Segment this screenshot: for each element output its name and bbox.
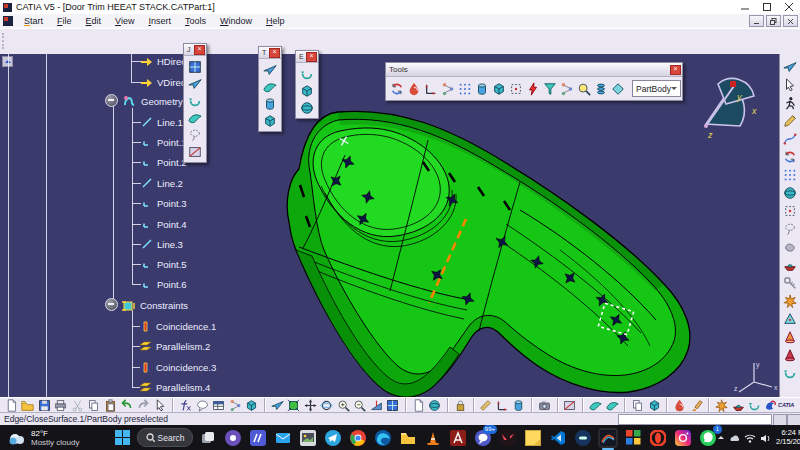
catalog-icon[interactable]: [244, 398, 259, 413]
chrome-app[interactable]: [348, 428, 368, 448]
partbody-combo[interactable]: PartBody: [632, 80, 681, 97]
update-icon[interactable]: [390, 81, 404, 96]
view-mode-icon[interactable]: [428, 398, 443, 413]
open-icon[interactable]: [21, 398, 36, 413]
volume-icon[interactable]: [760, 433, 772, 443]
close-icon[interactable]: [670, 65, 681, 75]
close-button[interactable]: [778, 1, 800, 13]
menu-window[interactable]: Window: [213, 16, 259, 26]
tree-item-parallelism4[interactable]: Parallelism.4: [139, 380, 210, 394]
menu-help[interactable]: Help: [259, 16, 292, 26]
burst-icon[interactable]: [783, 293, 798, 308]
lock-icon[interactable]: [453, 398, 468, 413]
new-document-icon[interactable]: [4, 398, 19, 413]
axis-icon[interactable]: [424, 81, 438, 96]
sketcher-icon[interactable]: [783, 113, 798, 128]
weather-widget[interactable]: 82°F Mostly cloudy: [8, 427, 79, 448]
save-icon[interactable]: [37, 398, 52, 413]
curvature-icon[interactable]: [605, 398, 620, 413]
scaling-icon[interactable]: [263, 96, 278, 111]
snap-icon[interactable]: [407, 81, 421, 96]
inertia-icon[interactable]: [512, 398, 527, 413]
opera-app[interactable]: [648, 428, 668, 448]
chat-app[interactable]: 99+: [473, 428, 493, 448]
minimize-button[interactable]: [734, 1, 756, 13]
sectioning-icon[interactable]: [563, 398, 578, 413]
onedrive-icon[interactable]: [728, 433, 740, 443]
tree-item-line1[interactable]: Line.1: [141, 115, 183, 129]
cone-icon[interactable]: [783, 329, 798, 344]
vscode-app[interactable]: [548, 428, 568, 448]
close-icon[interactable]: [269, 48, 280, 58]
redo-icon[interactable]: [136, 398, 151, 413]
menu-edit[interactable]: Edit: [79, 16, 109, 26]
status-button-2[interactable]: [787, 414, 800, 426]
tree-item-point3[interactable]: Point.3: [141, 196, 187, 210]
menu-tools[interactable]: Tools: [178, 16, 213, 26]
pan-icon[interactable]: [303, 398, 318, 413]
valorant-app[interactable]: [498, 428, 518, 448]
clone-icon[interactable]: [630, 398, 645, 413]
multi-extract-icon[interactable]: [300, 100, 315, 115]
taskbar-app-blue-m[interactable]: [248, 428, 268, 448]
tray-chevron-icon[interactable]: [718, 433, 724, 439]
zoom-out-icon[interactable]: [353, 398, 368, 413]
zoom-in-icon[interactable]: [336, 398, 351, 413]
telegram-app[interactable]: [323, 428, 343, 448]
photos-app[interactable]: [298, 428, 318, 448]
tree-item-constraints[interactable]: Constraints: [121, 298, 188, 312]
tree-item-line2[interactable]: Line.2: [141, 176, 183, 190]
whats-this-icon[interactable]: [153, 398, 168, 413]
comment-icon[interactable]: [195, 398, 210, 413]
vlc-app[interactable]: [423, 428, 443, 448]
analyze-icon[interactable]: [300, 83, 315, 98]
tree-item-point2[interactable]: Point.2: [141, 155, 187, 169]
tree-item-point4[interactable]: Point.4: [141, 217, 187, 231]
design-table-icon[interactable]: [211, 398, 226, 413]
measure-item-icon[interactable]: [495, 398, 510, 413]
tree-item-point1[interactable]: Point.1: [141, 135, 187, 149]
grid-icon[interactable]: [783, 167, 798, 182]
tree-item-point5[interactable]: Point.5: [141, 257, 187, 271]
normal-view-icon[interactable]: [369, 398, 384, 413]
fly-icon[interactable]: [270, 398, 285, 413]
menu-view[interactable]: View: [108, 16, 141, 26]
view-compass[interactable]: x y z: [696, 60, 776, 148]
solid-icon[interactable]: [492, 81, 506, 96]
tree-item-coincidence3[interactable]: Coincidence.3: [139, 360, 216, 374]
status-button-1[interactable]: [773, 414, 787, 426]
surface-icon[interactable]: [188, 76, 203, 91]
search-box[interactable]: Search: [137, 428, 193, 447]
swirl-icon[interactable]: [783, 365, 798, 380]
tree-item-parallelism2[interactable]: Parallelism.2: [139, 339, 210, 353]
paint-mode-icon[interactable]: [672, 398, 687, 413]
symmetry-icon[interactable]: [263, 113, 278, 128]
box-icon[interactable]: [647, 398, 662, 413]
autocad-app[interactable]: [448, 428, 468, 448]
teal-boat-icon[interactable]: [731, 398, 746, 413]
boat-surface-icon[interactable]: [783, 257, 798, 272]
work-on-support-icon[interactable]: [458, 81, 472, 96]
tree-item-line3[interactable]: Line.3: [141, 237, 183, 251]
knowledge-tree-icon[interactable]: [228, 398, 243, 413]
volume-icon[interactable]: [475, 81, 489, 96]
exchange-icon[interactable]: [441, 81, 455, 96]
catalog-icon[interactable]: [188, 59, 203, 74]
pyramid-icon[interactable]: [783, 311, 798, 326]
paste-icon[interactable]: [103, 398, 118, 413]
capture-icon[interactable]: [537, 398, 552, 413]
sticky-notes-app[interactable]: [523, 428, 543, 448]
mdi-minimize-button[interactable]: [749, 15, 764, 27]
update-all-icon[interactable]: [783, 149, 798, 164]
multi-view-icon[interactable]: [386, 398, 401, 413]
edge-app[interactable]: [373, 428, 393, 448]
mdi-close-button[interactable]: [783, 15, 798, 27]
sparkle-icon[interactable]: [714, 398, 729, 413]
tree-collapse-handle-constraints[interactable]: [105, 298, 118, 311]
menu-insert[interactable]: Insert: [141, 16, 178, 26]
whatsapp-app[interactable]: 1: [698, 428, 718, 448]
instagram-app[interactable]: [673, 428, 693, 448]
spline-icon[interactable]: [783, 131, 798, 146]
taskbar-app-navy-circle[interactable]: [573, 428, 593, 448]
close-icon[interactable]: [306, 52, 317, 62]
